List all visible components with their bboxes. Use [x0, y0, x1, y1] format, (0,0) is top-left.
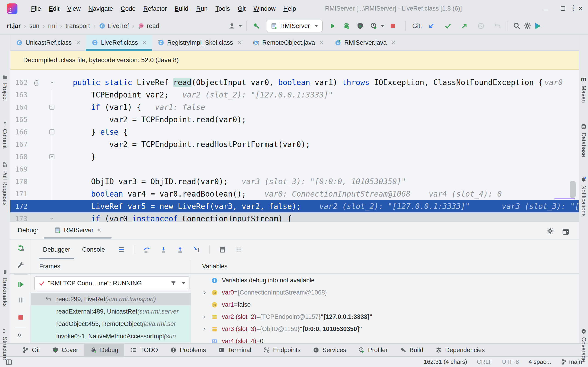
fold-marker[interactable] — [49, 216, 55, 222]
layout-button[interactable] — [562, 228, 570, 236]
fold-marker[interactable] — [49, 129, 55, 135]
menu-navigate[interactable]: Navigate — [85, 3, 117, 15]
resume-button[interactable] — [17, 280, 25, 289]
toolwindow-button-terminal[interactable]: Terminal — [212, 344, 257, 356]
close-icon[interactable]: × — [391, 39, 396, 46]
toolwindow-button-endpoints[interactable]: Endpoints — [257, 344, 307, 356]
debug-tab-debugger[interactable]: Debugger — [37, 240, 76, 260]
maximize-button[interactable] — [561, 6, 565, 11]
close-button[interactable]: × — [578, 6, 583, 12]
toolwindow-button-services[interactable]: Services — [307, 344, 352, 356]
menu-edit[interactable]: Edit — [45, 3, 64, 15]
breadcrumb-item-transport[interactable]: transport — [65, 23, 90, 30]
expand-chevron-icon[interactable] — [202, 326, 211, 332]
toolwindow-button-profiler[interactable]: Profiler — [352, 344, 394, 356]
menu-file[interactable]: File — [27, 3, 45, 15]
build-hammer-button[interactable] — [251, 21, 261, 31]
update-arrow-button[interactable] — [426, 21, 437, 31]
rerun-button[interactable] — [17, 244, 25, 252]
step-over-button[interactable] — [143, 246, 151, 253]
variable-row[interactable]: var3 (slot_3) = {ObjID@1159} "[0:0:0, 10… — [191, 323, 579, 335]
close-icon[interactable]: × — [320, 39, 324, 46]
stop-button[interactable] — [17, 313, 25, 322]
toolwindow-button-debug[interactable]: Debug — [84, 344, 124, 356]
run-play-button[interactable] — [327, 21, 338, 31]
stripe-item-coverage[interactable]: Coverage — [579, 328, 588, 362]
stripe-item-structure[interactable]: Structure — [0, 328, 10, 360]
menu-run[interactable]: Run — [192, 3, 212, 15]
debug-tab-console[interactable]: Console — [76, 240, 111, 260]
search-button[interactable] — [511, 21, 522, 31]
toolwindow-button-cover[interactable]: Cover — [46, 344, 84, 356]
expand-chevron-icon[interactable] — [202, 290, 211, 295]
menu-tools[interactable]: Tools — [212, 3, 234, 15]
mute-breakpoints-button[interactable] — [235, 246, 243, 253]
git-branch[interactable]: main — [561, 358, 582, 365]
file-encoding[interactable]: UTF-8 — [502, 358, 519, 365]
profiler-clock-button[interactable] — [369, 21, 379, 31]
show-execution-point-button[interactable] — [117, 246, 125, 253]
chevron-down-icon[interactable] — [238, 25, 242, 27]
debug-session-tab[interactable]: RMIServer × — [44, 222, 112, 238]
user-dropdown-button[interactable] — [227, 21, 237, 31]
coverage-shield-button[interactable] — [355, 21, 365, 31]
more-chevrons-icon[interactable]: » — [17, 330, 21, 339]
fold-marker[interactable] — [49, 104, 55, 110]
menu-view[interactable]: View — [63, 3, 85, 15]
breadcrumb-item-rt-jar[interactable]: rt.jar — [7, 23, 21, 30]
editor-tab-remoteobject-java[interactable]: (C)RemoteObject.java× — [247, 35, 329, 50]
breadcrumb-item-liveref[interactable]: CLiveRef — [99, 23, 129, 30]
stop-square-button[interactable] — [388, 21, 398, 31]
caret-position[interactable]: 162:31 (4 chars) — [424, 358, 467, 365]
toolwindow-button-problems[interactable]: Problems — [164, 344, 212, 356]
run-configuration-select[interactable]: RMIServer — [266, 20, 323, 32]
stripe-item-notifications[interactable]: Notifications — [579, 177, 588, 217]
debug-bug-button[interactable] — [341, 21, 352, 31]
stripe-item-commit[interactable]: Commit — [0, 120, 10, 149]
thread-selector[interactable]: "RMI TCP Conn...ime": RUNNING — [34, 276, 190, 290]
rollback-undo-button[interactable] — [492, 21, 503, 31]
variable-row[interactable]: pvar0 = {ConnectionInputStream@1068} — [191, 286, 579, 299]
menu-window[interactable]: Window — [250, 3, 279, 15]
stripe-item-project[interactable]: Project — [0, 74, 10, 101]
toolwindow-button-git[interactable]: Git — [16, 344, 46, 356]
stripe-item-pull-requests[interactable]: Pull Requests — [0, 161, 10, 206]
close-icon[interactable]: × — [76, 39, 80, 46]
pause-button[interactable] — [17, 296, 25, 304]
menu-git[interactable]: Git — [234, 3, 250, 15]
variable-row[interactable]: var2 (slot_2) = {TCPEndpoint@1157} "[127… — [191, 311, 579, 323]
indent-setting[interactable]: 4 spac... — [528, 358, 551, 365]
variable-row[interactable]: pvar1 = false — [191, 299, 579, 311]
stripe-item-bookmarks[interactable]: Bookmarks — [0, 269, 10, 307]
minimize-button[interactable] — [544, 7, 548, 10]
commit-check-button[interactable] — [443, 21, 453, 31]
frame-row[interactable]: read:299, LiveRef (sun.rmi.transport) — [31, 293, 191, 305]
variable-row[interactable]: 01var4 (slot_4) = 0 — [191, 335, 579, 343]
frame-row[interactable]: invoke0:-1, NativeMethodAccessorImpl (su… — [31, 330, 191, 342]
close-icon[interactable]: × — [142, 39, 147, 46]
fold-marker[interactable] — [49, 154, 55, 160]
chevron-down-icon[interactable] — [380, 25, 384, 27]
step-into-button[interactable] — [160, 246, 167, 253]
filter-funnel-icon[interactable] — [170, 280, 177, 286]
code-editor[interactable]: 162@public static LiveRef read(ObjectInp… — [10, 70, 579, 222]
frame-row[interactable]: readExternal:489, UnicastRef (sun.rmi.se… — [31, 305, 191, 318]
menu-refactor[interactable]: Refactor — [139, 3, 171, 15]
step-out-button[interactable] — [176, 246, 184, 253]
chevron-down-icon[interactable] — [314, 25, 318, 27]
fold-marker[interactable] — [49, 79, 55, 85]
stripe-item-maven[interactable]: mMaven — [579, 76, 588, 103]
history-clock-button[interactable] — [476, 21, 486, 31]
close-icon[interactable]: × — [97, 227, 101, 234]
tab-options-icon[interactable]: ⋮ — [570, 3, 578, 12]
run-to-cursor-button[interactable] — [193, 246, 200, 253]
settings-gear-button[interactable] — [522, 21, 533, 31]
editor-tab-registryimpl_skel-class[interactable]: CRegistryImpl_Skel.class× — [152, 35, 247, 50]
ide-plugin-button[interactable] — [533, 21, 543, 31]
push-arrow-button[interactable] — [459, 21, 470, 31]
breadcrumb-item-sun[interactable]: sun — [29, 23, 40, 30]
toolwindow-button-dependencies[interactable]: Dependencies — [429, 344, 491, 356]
menu-code[interactable]: Code — [117, 3, 140, 15]
editor-tab-liveref-class[interactable]: CLiveRef.class× — [86, 35, 152, 50]
line-ending[interactable]: CRLF — [477, 358, 493, 365]
